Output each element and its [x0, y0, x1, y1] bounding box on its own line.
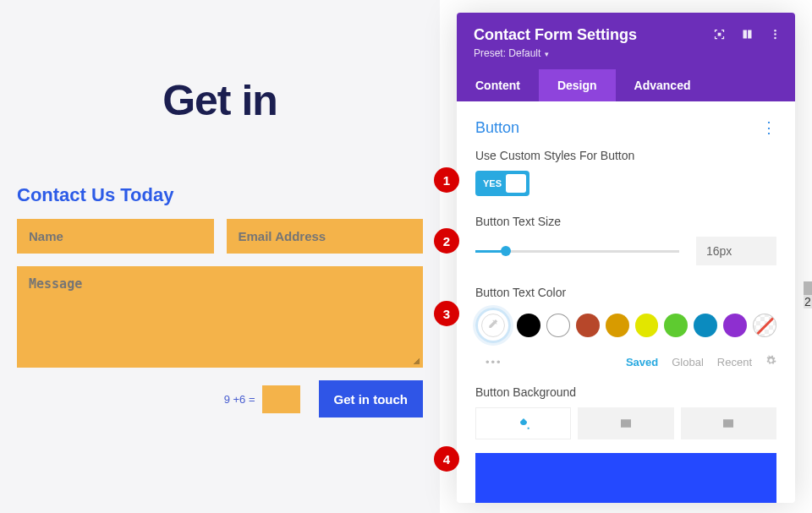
swatch-purple[interactable]: [723, 314, 747, 337]
message-wrap: [17, 266, 423, 368]
scan-icon[interactable]: [713, 28, 726, 44]
svg-point-0: [774, 30, 776, 32]
swatch-amber[interactable]: [606, 314, 629, 337]
color-tab-recent[interactable]: Recent: [717, 356, 752, 368]
bg-type-tabs: [475, 407, 776, 439]
bg-tab-color[interactable]: [475, 407, 571, 439]
svg-point-2: [774, 37, 776, 40]
tab-design[interactable]: Design: [539, 69, 616, 101]
preview-pane: Get in Contact Us Today 9 +6 = Get in to…: [0, 0, 440, 513]
captcha-input[interactable]: [262, 385, 300, 413]
color-source-tabs: ••• Saved Global Recent: [475, 355, 776, 368]
custom-styles-toggle[interactable]: YES: [475, 171, 529, 196]
eyedropper-icon: [481, 314, 505, 337]
text-size-value[interactable]: 16px: [696, 237, 776, 265]
section-menu-icon[interactable]: ⋮: [761, 118, 776, 137]
bg-label: Button Background: [475, 385, 776, 399]
tab-advanced[interactable]: Advanced: [616, 69, 710, 101]
submit-row: 9 +6 = Get in touch: [17, 380, 423, 417]
caret-down-icon: ▾: [542, 50, 549, 58]
text-size-slider[interactable]: [475, 250, 679, 253]
annotation-3: 3: [434, 301, 459, 326]
custom-styles-label: Use Custom Styles For Button: [475, 149, 776, 162]
more-swatches-icon[interactable]: •••: [486, 356, 502, 368]
header-icons: [713, 28, 782, 44]
color-tab-global[interactable]: Global: [672, 356, 704, 368]
annotation-4: 4: [434, 446, 459, 472]
swatch-lime[interactable]: [635, 314, 659, 337]
bg-color-preview[interactable]: [475, 453, 776, 503]
email-field[interactable]: [227, 219, 424, 254]
toggle-value: YES: [483, 178, 502, 188]
annotation-2: 2: [434, 228, 459, 254]
bg-tab-gradient[interactable]: [578, 407, 673, 439]
text-size-row: 16px: [475, 237, 776, 265]
color-swatches: [475, 308, 776, 343]
toggle-knob: [506, 174, 526, 193]
section-title: Button: [475, 119, 519, 137]
panel-header[interactable]: Contact Form Settings Preset: Default ▾: [457, 13, 795, 69]
annotation-1: 1: [434, 167, 459, 193]
tab-content[interactable]: Content: [457, 69, 539, 101]
panel-body: Button ⋮ Use Custom Styles For Button YE…: [457, 101, 795, 503]
swatch-blue[interactable]: [694, 314, 717, 337]
section-header: Button ⋮: [475, 118, 776, 137]
swatch-white[interactable]: [546, 314, 570, 337]
text-color-label: Button Text Color: [475, 286, 776, 299]
captcha-label: 9 +6 =: [224, 393, 255, 406]
text-size-label: Button Text Size: [475, 215, 776, 228]
preset-selector[interactable]: Preset: Default ▾: [474, 47, 778, 59]
form-row: [17, 219, 423, 254]
bg-tab-image[interactable]: [681, 407, 776, 439]
svg-point-1: [774, 33, 776, 35]
panel-tabs: Content Design Advanced: [457, 69, 795, 101]
page-heading: Get in: [17, 76, 423, 125]
submit-button[interactable]: Get in touch: [319, 380, 424, 417]
settings-panel: Contact Form Settings Preset: Default ▾ …: [457, 13, 795, 503]
swatch-green[interactable]: [664, 314, 688, 337]
page-number: 2: [804, 295, 812, 308]
color-tab-saved[interactable]: Saved: [626, 356, 658, 368]
swatch-rust[interactable]: [576, 314, 600, 337]
gear-icon[interactable]: [765, 355, 776, 368]
columns-icon[interactable]: [741, 28, 754, 44]
message-field[interactable]: [17, 266, 423, 368]
section-heading: Contact Us Today: [17, 184, 423, 206]
current-color-swatch[interactable]: [475, 308, 511, 343]
kebab-menu-icon[interactable]: [769, 28, 782, 44]
slider-thumb[interactable]: [501, 246, 511, 256]
swatch-transparent[interactable]: [753, 314, 776, 337]
name-field[interactable]: [17, 219, 214, 254]
swatch-black[interactable]: [517, 314, 540, 337]
